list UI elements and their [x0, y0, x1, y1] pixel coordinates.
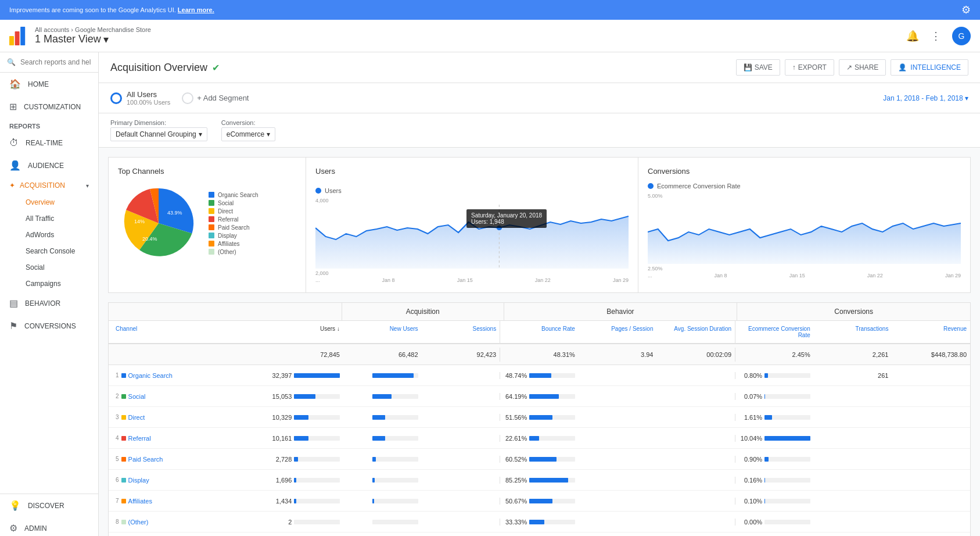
row-bounce-3: 22.61% — [500, 431, 579, 445]
col-bounce-rate[interactable]: Bounce Rate — [500, 321, 579, 343]
channel-link-6[interactable]: Affiliates — [128, 498, 152, 505]
all-users-segment: All Users 100.00% Users — [110, 90, 170, 106]
account-title: 1 Master View ▾ — [35, 33, 906, 46]
export-button[interactable]: ↑ EXPORT — [785, 59, 834, 76]
sidebar-item-discover[interactable]: 💡 DISCOVER — [0, 494, 98, 517]
settings-icon[interactable]: ⚙ — [961, 3, 971, 16]
sidebar-item-search-console[interactable]: Search Console — [0, 243, 98, 259]
row-pages-4 — [579, 456, 657, 463]
conversions-section-header: Conversions — [737, 303, 970, 320]
sidebar-item-conversions[interactable]: ⚑ CONVERSIONS — [0, 315, 98, 337]
share-button[interactable]: ↗ SHARE — [839, 59, 886, 76]
channel-link-0[interactable]: Organic Search — [128, 372, 173, 379]
notification-icon[interactable]: 🔔 — [906, 29, 920, 43]
channel-link-1[interactable]: Social — [128, 393, 146, 400]
conversion-select[interactable]: eCommerce ▾ — [221, 127, 275, 141]
sidebar-item-home[interactable]: 🏠 HOME — [0, 73, 98, 95]
app-header: All accounts › Google Merchandise Store … — [0, 20, 980, 52]
row-bounce-7: 33.33% — [500, 515, 579, 529]
table-row: 4 Referral 10,161 22.61% 10.04% — [109, 428, 970, 449]
select-arrow-icon: ▾ — [199, 130, 202, 138]
channel-link-2[interactable]: Direct — [128, 414, 145, 421]
sidebar-item-adwords[interactable]: AdWords — [0, 227, 98, 243]
col-pages-session[interactable]: Pages / Session — [579, 321, 657, 343]
banner-link[interactable]: Learn more. — [178, 6, 214, 13]
sidebar-item-behavior[interactable]: ▤ BEHAVIOR — [0, 292, 98, 315]
row-duration-2 — [656, 414, 735, 421]
dropdown-icon[interactable]: ▾ — [103, 33, 109, 46]
row-conv-rate-3: 10.04% — [735, 431, 814, 445]
sidebar-item-overview[interactable]: Overview — [0, 194, 98, 210]
conversions-chart-container: 5.00% 2.50% ... J — [648, 193, 961, 278]
col-revenue[interactable]: Revenue — [892, 321, 970, 343]
row-channel-6: 7 Affiliates — [109, 494, 265, 508]
row-duration-7 — [656, 519, 735, 526]
sidebar-item-acquisition[interactable]: ✦ ACQUISITION ▾ — [0, 177, 98, 194]
table-row: 7 Affiliates 1,434 50.67% 0.10% — [109, 491, 970, 512]
row-duration-4 — [656, 456, 735, 463]
audience-label: AUDIENCE — [28, 162, 64, 170]
table-row: 2 Social 15,053 64.19% 0.07% — [109, 386, 970, 407]
audience-icon: 👤 — [9, 160, 21, 171]
save-button[interactable]: 💾 SAVE — [736, 59, 780, 76]
col-transactions[interactable]: Transactions — [814, 321, 892, 343]
row-bounce-0: 48.74% — [500, 369, 579, 383]
sidebar-item-admin[interactable]: ⚙ ADMIN — [0, 517, 98, 536]
date-range[interactable]: Jan 1, 2018 - Feb 1, 2018 ▾ — [883, 94, 968, 102]
col-sessions[interactable]: Sessions — [422, 321, 501, 343]
row-sessions-3 — [422, 435, 501, 442]
row-transactions-3 — [814, 435, 892, 442]
conversions-metric-dot — [648, 183, 654, 189]
row-revenue-1 — [892, 393, 970, 400]
row-transactions-4 — [814, 456, 892, 463]
primary-dimension-select[interactable]: Default Channel Grouping ▾ — [110, 127, 207, 141]
svg-text:14%: 14% — [134, 219, 145, 224]
row-transactions-2 — [814, 414, 892, 421]
pie-container: 43.9% 20.4% 14% Organic Search Social — [118, 183, 296, 264]
account-path: All accounts › Google Merchandise Store — [35, 26, 906, 33]
total-bounce-rate: 48.31% — [500, 348, 579, 362]
table-rows-container: 1 Organic Search 32,397 48.74% 0.80% 261… — [109, 365, 970, 533]
legend-direct: Direct — [209, 208, 258, 215]
col-new-users[interactable]: New Users — [343, 321, 422, 343]
legend-dot-affiliates — [209, 241, 214, 246]
col-conversion-rate[interactable]: Ecommerce Conversion Rate — [735, 321, 814, 343]
more-icon[interactable]: ⋮ — [929, 29, 943, 43]
row-transactions-6 — [814, 498, 892, 505]
pie-chart: 43.9% 20.4% 14% — [118, 183, 199, 264]
col-channel[interactable]: Channel — [109, 321, 265, 343]
channel-link-3[interactable]: Referral — [128, 435, 151, 442]
col-users[interactable]: Users ↓ — [265, 321, 343, 343]
channel-link-4[interactable]: Paid Search — [128, 456, 163, 463]
sidebar-item-all-traffic[interactable]: All Traffic — [0, 210, 98, 227]
channel-link-5[interactable]: Display — [128, 477, 149, 484]
users-chart-panel: Users Users 4,000 — [306, 158, 638, 292]
row-pages-7 — [579, 519, 657, 526]
intelligence-button[interactable]: 👤 INTELLIGENCE — [891, 59, 968, 76]
table-row: 1 Organic Search 32,397 48.74% 0.80% 261 — [109, 365, 970, 386]
sidebar-item-campaigns[interactable]: Campaigns — [0, 276, 98, 292]
conversions-metric-label: Ecommerce Conversion Rate — [657, 183, 741, 190]
col-avg-duration[interactable]: Avg. Session Duration — [656, 321, 735, 343]
sidebar-item-social[interactable]: Social — [0, 259, 98, 276]
acquisition-expand-icon: ▾ — [86, 183, 89, 189]
sidebar-item-customization[interactable]: ⊞ CUSTOMIZATION — [0, 95, 98, 118]
total-sessions: 92,423 — [422, 348, 501, 362]
row-pages-1 — [579, 393, 657, 400]
verified-icon: ✔ — [212, 62, 220, 73]
totals-row: 72,845 66,482 92,423 48.31% 3.94 00:02:0… — [109, 344, 970, 365]
sidebar-item-realtime[interactable]: ⏱ REAL-TIME — [0, 132, 98, 154]
conversions-chart-panel: Conversions Ecommerce Conversion Rate 5.… — [638, 158, 970, 292]
sidebar-item-audience[interactable]: 👤 AUDIENCE — [0, 154, 98, 177]
search-input[interactable] — [20, 58, 91, 66]
row-channel-7: 8 (Other) — [109, 515, 265, 529]
row-conv-rate-0: 0.80% — [735, 369, 814, 383]
realtime-label: REAL-TIME — [26, 139, 63, 147]
add-segment-button[interactable]: + Add Segment — [182, 92, 249, 104]
total-pages-session: 3.94 — [579, 348, 657, 362]
channel-link-7[interactable]: (Other) — [128, 519, 149, 526]
users-metric-label: Users — [325, 187, 342, 194]
row-conv-rate-7: 0.00% — [735, 515, 814, 529]
avatar[interactable]: G — [952, 27, 971, 45]
row-duration-3 — [656, 435, 735, 442]
